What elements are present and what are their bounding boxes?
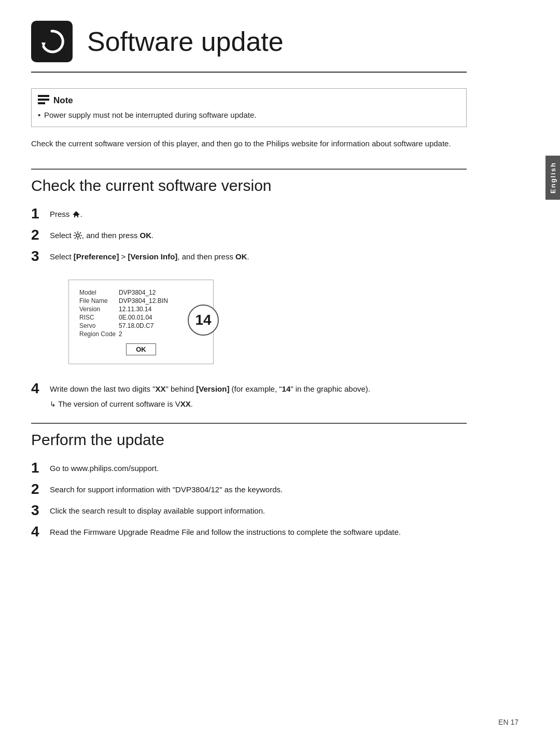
step-2-number: 2 [31,227,50,243]
page-header: Software update [31,21,467,73]
check-step-2: 2 Select , and then press OK. [31,227,467,243]
step-3-text: Select [Preference] > [Version Info], an… [50,248,249,263]
perform-section: Perform the update 1 Go to www.philips.c… [31,423,467,540]
table-row: File Name DVP3804_12.BIN [79,297,171,305]
table-row: Version 12.11.30.14 [79,305,171,313]
check-step-4: 4 Write down the last two digits "XX" be… [31,381,467,410]
page-content: Software update English Note Power suppl… [0,0,508,593]
ok-button-row: OK [79,343,203,355]
version-table: Model DVP3804_12 File Name DVP3804_12.BI… [79,288,171,338]
row-value: DVP3804_12 [119,288,171,297]
step-3-number: 3 [31,248,50,265]
step-4-number: 4 [31,381,50,397]
intro-text: Check the current software version of th… [31,137,467,150]
row-value: 0E.00.01.04 [119,313,171,322]
perform-step-2: 2 Search for support information with "D… [31,481,467,497]
perform-step-4-text: Read the Firmware Upgrade Readme File an… [50,524,401,538]
perform-steps: 1 Go to www.philips.com/support. 2 Searc… [31,460,467,540]
update-icon [38,28,65,55]
row-label: Servo [79,322,119,330]
row-label: File Name [79,297,119,305]
perform-section-header: Perform the update [31,423,467,449]
perform-step-4-number: 4 [31,524,50,540]
svg-marker-4 [73,211,80,217]
row-value: 57.18.0D.C7 [119,322,171,330]
row-label: RISC [79,313,119,322]
note-icon [38,95,49,106]
perform-step-2-text: Search for support information with "DVP… [50,481,283,496]
footer-text: EN 17 [498,718,519,726]
svg-rect-3 [38,102,45,104]
note-header: Note [38,95,458,106]
check-step-3: 3 Select [Preference] > [Version Info], … [31,248,467,265]
note-box: Note Power supply must not be interrupte… [31,88,467,127]
check-section-title: Check the current software version [31,177,272,194]
language-tab: English [545,156,560,200]
gear-icon [74,231,82,240]
home-icon [72,211,80,218]
step-2-text: Select , and then press OK. [50,227,153,242]
perform-step-1-text: Go to www.philips.com/support. [50,460,159,475]
row-label: Model [79,288,119,297]
step-1-text: Press . [50,206,82,220]
page-footer: EN 17 [498,718,519,726]
step-4-main: 4 Write down the last two digits "XX" be… [31,381,467,397]
table-row: Model DVP3804_12 [79,288,171,297]
svg-point-5 [76,234,79,237]
perform-step-3: 3 Click the search result to display ava… [31,503,467,519]
row-value: 12.11.30.14 [119,305,171,313]
page-title: Software update [87,26,284,57]
row-label: Version [79,305,119,313]
perform-step-2-number: 2 [31,481,50,497]
language-label: English [549,162,557,193]
table-row: RISC 0E.00.01.04 [79,313,171,322]
perform-section-title: Perform the update [31,431,164,448]
perform-step-4: 4 Read the Firmware Upgrade Readme File … [31,524,467,540]
perform-step-3-number: 3 [31,503,50,519]
header-icon-box [31,21,73,62]
note-label: Note [53,95,73,106]
note-list: Power supply must not be interrupted dur… [38,110,458,119]
row-label: Region Code [79,330,119,338]
ok-button: OK [126,343,156,355]
perform-step-3-text: Click the search result to display avail… [50,503,265,517]
step-4-sub: The version of current software is VXX. [50,398,467,410]
check-step-1: 1 Press . [31,206,467,222]
table-row: Servo 57.18.0D.C7 [79,322,171,330]
version-badge: 14 [188,305,219,336]
table-row: Region Code 2 [79,330,171,338]
step-1-number: 1 [31,206,50,222]
check-steps: 1 Press . 2 Select , and then press OK. … [31,206,467,410]
svg-rect-1 [38,95,49,97]
row-value: 2 [119,330,171,338]
perform-step-1-number: 1 [31,460,50,476]
step-4-text: Write down the last two digits "XX" behi… [50,381,370,395]
check-section-header: Check the current software version [31,169,467,195]
perform-step-1: 1 Go to www.philips.com/support. [31,460,467,476]
svg-rect-2 [38,99,49,101]
row-value: DVP3804_12.BIN [119,297,171,305]
note-item-1: Power supply must not be interrupted dur… [38,110,458,119]
